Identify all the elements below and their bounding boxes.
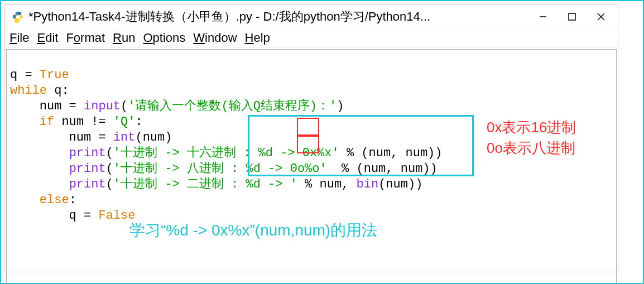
code-line: if num != 'Q': <box>10 115 143 129</box>
window: *Python14-Task4-进制转换（小甲鱼）.py - D:/我的pyth… <box>4 4 618 272</box>
code-line: while q: <box>10 84 69 98</box>
titlebar: *Python14-Task4-进制转换（小甲鱼）.py - D:/我的pyth… <box>5 5 618 28</box>
code-line: else: <box>10 193 76 207</box>
menu-run[interactable]: Run <box>113 31 135 45</box>
maximize-button[interactable] <box>558 5 587 28</box>
annotation-red-2: 0o表示八进制 <box>487 140 575 156</box>
code-line: q = True <box>10 68 69 82</box>
menubar: File Edit Format Run Options Window Help <box>5 28 618 48</box>
code-line: print('十进制 -> 十六进制 : %d -> 0x%x' % (num,… <box>10 146 443 160</box>
code-line: print('十进制 -> 八进制 : %d -> 0o%o' % (num, … <box>10 162 438 176</box>
close-button[interactable] <box>587 5 616 28</box>
menu-help[interactable]: Help <box>245 31 270 45</box>
menu-window[interactable]: Window <box>193 31 237 45</box>
svg-rect-1 <box>569 13 575 20</box>
python-icon <box>12 11 24 23</box>
menu-edit[interactable]: Edit <box>37 31 58 45</box>
window-title: *Python14-Task4-进制转换（小甲鱼）.py - D:/我的pyth… <box>28 8 430 25</box>
highlight-box-red-0x <box>297 118 319 136</box>
code-line: print('十进制 -> 二进制 : %d -> ' % num, bin(n… <box>10 177 422 191</box>
annotation-cyan: 学习“%d -> 0x%x”(num,num)的用法 <box>129 223 377 238</box>
menu-options[interactable]: Options <box>143 31 185 45</box>
annotation-red-1: 0x表示16进制 <box>487 119 576 135</box>
code-line: num = input('请输入一个整数(输入Q结束程序)：') <box>10 99 344 113</box>
menu-file[interactable]: File <box>9 31 29 45</box>
menu-format[interactable]: Format <box>66 31 105 45</box>
minimize-button[interactable] <box>528 5 558 28</box>
code-line: num = int(num) <box>10 131 172 145</box>
code-editor[interactable]: q = True while q: num = input('请输入一个整数(输… <box>6 49 617 284</box>
code-line: q = False <box>10 209 135 223</box>
